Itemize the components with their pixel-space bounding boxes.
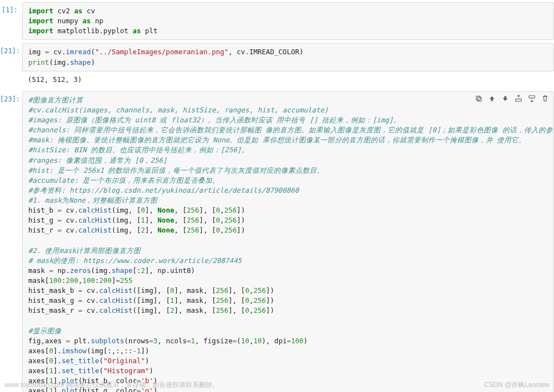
duplicate-button[interactable] bbox=[473, 94, 485, 106]
cell-toolbar bbox=[473, 94, 551, 106]
delete-button[interactable] bbox=[539, 94, 551, 106]
insert-below-icon bbox=[528, 95, 536, 105]
insert_below-button[interactable] bbox=[526, 94, 538, 106]
cell-output: (512, 512, 3) bbox=[22, 71, 554, 88]
notebook: [1]: import cv2 as cv import numpy as np… bbox=[0, 2, 554, 392]
cell-prompt: [1]: bbox=[0, 2, 22, 40]
svg-rect-2 bbox=[516, 99, 522, 101]
code-input[interactable]: img = cv.imread("../SampleImages/pomeran… bbox=[22, 43, 554, 71]
arrow-down-icon bbox=[501, 95, 509, 105]
svg-rect-0 bbox=[476, 96, 480, 100]
insert_above-button[interactable] bbox=[512, 94, 525, 106]
insert-above-icon bbox=[515, 95, 522, 105]
down-button[interactable] bbox=[499, 94, 511, 106]
watermark-left: www.toymoban.com 网络图片仅供展示，非存储，如有侵权请联系删除。 bbox=[4, 380, 219, 390]
up-button[interactable] bbox=[486, 94, 498, 106]
svg-rect-3 bbox=[529, 96, 535, 98]
svg-rect-1 bbox=[478, 97, 481, 101]
arrow-up-icon bbox=[488, 95, 496, 105]
cell-prompt: [23]: bbox=[0, 91, 22, 392]
code-input[interactable]: #图像直方图计算 #cv.calcHist(images, channels, … bbox=[22, 91, 554, 392]
cell-prompt: [21]: bbox=[0, 43, 22, 87]
code-cell: [1]: import cv2 as cv import numpy as np… bbox=[0, 2, 554, 40]
code-cell: [21]: img = cv.imread("../SampleImages/p… bbox=[0, 43, 554, 87]
watermark-right: CSDN @亦枫Leonlew bbox=[484, 380, 550, 390]
code-cell: [23]: #图像直方图计算 #cv.calcHist(images, chan… bbox=[0, 91, 554, 392]
trash-icon bbox=[541, 95, 549, 105]
code-input[interactable]: import cv2 as cv import numpy as np impo… bbox=[22, 2, 554, 40]
duplicate-icon bbox=[475, 95, 483, 105]
